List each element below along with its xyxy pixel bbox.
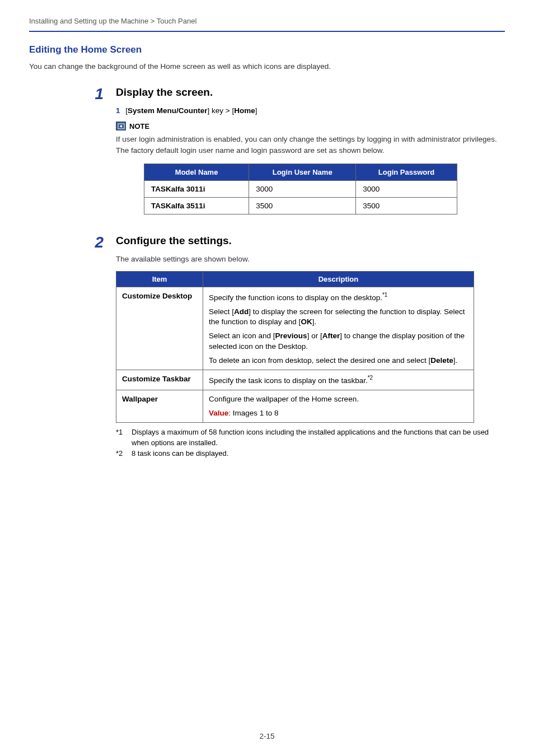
login-th-user: Login User Name	[249, 164, 356, 181]
note-icon	[116, 122, 126, 130]
item-customize-desktop: Customize Desktop	[116, 287, 203, 370]
table-row: Wallpaper Configure the wallpaper of the…	[116, 390, 474, 422]
footnote-2: *2 8 task icons can be displayed.	[116, 449, 505, 459]
step-number-1: 1	[29, 86, 116, 102]
breadcrumb: Installing and Setting up the Machine > …	[29, 17, 505, 31]
cell-user: 3000	[249, 181, 356, 198]
divider	[29, 31, 505, 32]
login-th-model: Model Name	[144, 164, 249, 181]
desc-customize-taskbar: Specify the task icons to display on the…	[203, 370, 474, 390]
step-number-label: 1	[95, 85, 104, 102]
intro-text: You can change the background of the Hom…	[29, 62, 505, 71]
settings-th-desc: Description	[203, 272, 474, 287]
substep-1: 1 [System Menu/Counter] key > [Home]	[116, 106, 505, 115]
cell-pass: 3500	[356, 198, 457, 214]
table-row: Customize Desktop Specify the function i…	[116, 287, 474, 370]
table-row: TASKalfa 3511i 3500 3500	[144, 198, 457, 214]
cell-pass: 3000	[356, 181, 457, 198]
login-th-pass: Login Password	[356, 164, 457, 181]
settings-table: Item Description Customize Desktop Speci…	[116, 271, 474, 423]
note-text: If user login administration is enabled,…	[116, 134, 505, 156]
step-2-intro: The available settings are shown below.	[116, 255, 505, 263]
step-2-heading: Configure the settings.	[116, 235, 505, 247]
desc-customize-desktop: Specify the function icons to display on…	[203, 287, 474, 370]
note-label: NOTE	[129, 122, 149, 130]
note-header: NOTE	[116, 122, 505, 130]
login-table: Model Name Login User Name Login Passwor…	[144, 164, 457, 214]
svg-point-1	[120, 125, 122, 127]
item-wallpaper: Wallpaper	[116, 390, 203, 422]
desc-wallpaper: Configure the wallpaper of the Home scre…	[203, 390, 474, 422]
footnotes: *1 Displays a maximum of 58 function ico…	[116, 427, 505, 459]
step-number-label: 2	[95, 234, 104, 251]
step-2: 2 Configure the settings. The available …	[29, 235, 505, 459]
item-customize-taskbar: Customize Taskbar	[116, 370, 203, 390]
cell-user: 3500	[249, 198, 356, 214]
page-number: 2-15	[0, 732, 534, 740]
substep-text: [System Menu/Counter] key > [Home]	[125, 106, 257, 115]
step-number-2: 2	[29, 235, 116, 250]
settings-th-item: Item	[116, 272, 203, 287]
section-title: Editing the Home Screen	[29, 44, 505, 55]
cell-model: TASKalfa 3011i	[144, 181, 249, 198]
footnote-1: *1 Displays a maximum of 58 function ico…	[116, 427, 505, 449]
step-1-heading: Display the screen.	[116, 86, 505, 99]
cell-model: TASKalfa 3511i	[144, 198, 249, 214]
step-1: 1 Display the screen. 1 [System Menu/Cou…	[29, 86, 505, 214]
substep-number: 1	[116, 106, 120, 115]
table-row: Customize Taskbar Specify the task icons…	[116, 370, 474, 390]
table-row: TASKalfa 3011i 3000 3000	[144, 181, 457, 198]
